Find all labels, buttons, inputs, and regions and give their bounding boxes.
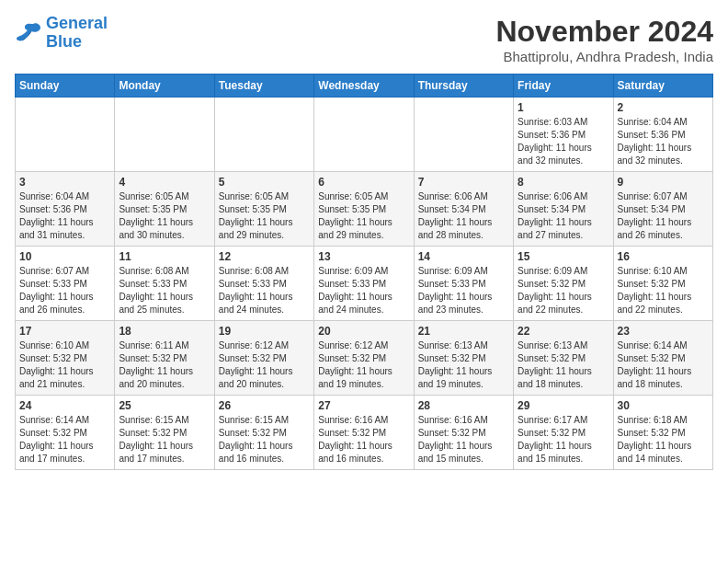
header-day-thursday: Thursday xyxy=(414,75,513,98)
day-info: Sunrise: 6:13 AM Sunset: 5:32 PM Dayligh… xyxy=(518,339,609,391)
day-number: 24 xyxy=(19,399,110,412)
day-number: 23 xyxy=(618,325,709,338)
logo: General Blue xyxy=(15,15,108,52)
header-day-friday: Friday xyxy=(514,75,613,98)
day-info: Sunrise: 6:15 AM Sunset: 5:32 PM Dayligh… xyxy=(219,414,310,465)
logo-icon xyxy=(15,22,42,44)
day-info: Sunrise: 6:04 AM Sunset: 5:36 PM Dayligh… xyxy=(19,190,110,242)
calendar-cell: 14Sunrise: 6:09 AM Sunset: 5:33 PM Dayli… xyxy=(414,247,513,321)
day-info: Sunrise: 6:09 AM Sunset: 5:33 PM Dayligh… xyxy=(318,265,409,316)
day-info: Sunrise: 6:12 AM Sunset: 5:32 PM Dayligh… xyxy=(318,339,409,391)
calendar-cell: 25Sunrise: 6:15 AM Sunset: 5:32 PM Dayli… xyxy=(115,396,214,470)
day-info: Sunrise: 6:10 AM Sunset: 5:32 PM Dayligh… xyxy=(19,339,110,391)
calendar-cell: 16Sunrise: 6:10 AM Sunset: 5:32 PM Dayli… xyxy=(613,247,712,321)
title-block: November 2024 Bhattiprolu, Andhra Prades… xyxy=(495,15,713,64)
calendar-cell xyxy=(414,98,513,172)
calendar-cell: 29Sunrise: 6:17 AM Sunset: 5:32 PM Dayli… xyxy=(514,396,613,470)
day-info: Sunrise: 6:05 AM Sunset: 5:35 PM Dayligh… xyxy=(219,190,310,242)
day-info: Sunrise: 6:16 AM Sunset: 5:32 PM Dayligh… xyxy=(418,414,509,465)
day-number: 26 xyxy=(219,399,310,412)
day-info: Sunrise: 6:15 AM Sunset: 5:32 PM Dayligh… xyxy=(119,414,210,465)
calendar-cell: 15Sunrise: 6:09 AM Sunset: 5:32 PM Dayli… xyxy=(514,247,613,321)
day-number: 16 xyxy=(618,250,709,263)
calendar-cell xyxy=(314,98,414,172)
calendar-title: November 2024 xyxy=(495,15,713,49)
day-number: 6 xyxy=(318,176,409,189)
logo-text: General Blue xyxy=(46,15,108,52)
calendar-cell: 26Sunrise: 6:15 AM Sunset: 5:32 PM Dayli… xyxy=(214,396,313,470)
day-info: Sunrise: 6:05 AM Sunset: 5:35 PM Dayligh… xyxy=(318,190,409,242)
calendar-cell: 4Sunrise: 6:05 AM Sunset: 5:35 PM Daylig… xyxy=(115,172,214,247)
day-number: 5 xyxy=(219,176,310,189)
calendar-cell: 3Sunrise: 6:04 AM Sunset: 5:36 PM Daylig… xyxy=(16,172,115,247)
week-row-1: 1Sunrise: 6:03 AM Sunset: 5:36 PM Daylig… xyxy=(16,98,713,172)
day-number: 2 xyxy=(618,101,709,114)
day-info: Sunrise: 6:06 AM Sunset: 5:34 PM Dayligh… xyxy=(518,190,609,242)
day-info: Sunrise: 6:08 AM Sunset: 5:33 PM Dayligh… xyxy=(219,265,310,316)
calendar-cell: 11Sunrise: 6:08 AM Sunset: 5:33 PM Dayli… xyxy=(115,247,214,321)
day-number: 15 xyxy=(518,250,609,263)
calendar-cell: 19Sunrise: 6:12 AM Sunset: 5:32 PM Dayli… xyxy=(214,321,313,396)
day-number: 17 xyxy=(19,325,110,338)
calendar-table: SundayMondayTuesdayWednesdayThursdayFrid… xyxy=(15,74,713,470)
day-info: Sunrise: 6:12 AM Sunset: 5:32 PM Dayligh… xyxy=(219,339,310,391)
day-info: Sunrise: 6:14 AM Sunset: 5:32 PM Dayligh… xyxy=(19,414,110,465)
day-info: Sunrise: 6:18 AM Sunset: 5:32 PM Dayligh… xyxy=(618,414,709,465)
day-number: 18 xyxy=(119,325,210,338)
day-info: Sunrise: 6:07 AM Sunset: 5:34 PM Dayligh… xyxy=(618,190,709,242)
day-number: 11 xyxy=(119,250,210,263)
day-number: 25 xyxy=(119,399,210,412)
day-number: 7 xyxy=(418,176,509,189)
day-number: 21 xyxy=(418,325,509,338)
header-day-sunday: Sunday xyxy=(16,75,115,98)
header-day-monday: Monday xyxy=(115,75,214,98)
calendar-cell: 8Sunrise: 6:06 AM Sunset: 5:34 PM Daylig… xyxy=(514,172,613,247)
day-number: 9 xyxy=(618,176,709,189)
header-day-saturday: Saturday xyxy=(613,75,712,98)
day-info: Sunrise: 6:08 AM Sunset: 5:33 PM Dayligh… xyxy=(119,265,210,316)
calendar-cell: 10Sunrise: 6:07 AM Sunset: 5:33 PM Dayli… xyxy=(16,247,115,321)
calendar-cell: 28Sunrise: 6:16 AM Sunset: 5:32 PM Dayli… xyxy=(414,396,513,470)
calendar-cell xyxy=(115,98,214,172)
day-number: 20 xyxy=(318,325,409,338)
day-number: 10 xyxy=(19,250,110,263)
day-info: Sunrise: 6:06 AM Sunset: 5:34 PM Dayligh… xyxy=(418,190,509,242)
day-number: 28 xyxy=(418,399,509,412)
day-number: 27 xyxy=(318,399,409,412)
day-number: 22 xyxy=(518,325,609,338)
calendar-cell: 21Sunrise: 6:13 AM Sunset: 5:32 PM Dayli… xyxy=(414,321,513,396)
calendar-cell: 18Sunrise: 6:11 AM Sunset: 5:32 PM Dayli… xyxy=(115,321,214,396)
day-info: Sunrise: 6:09 AM Sunset: 5:32 PM Dayligh… xyxy=(518,265,609,316)
day-info: Sunrise: 6:04 AM Sunset: 5:36 PM Dayligh… xyxy=(618,116,709,167)
calendar-cell: 1Sunrise: 6:03 AM Sunset: 5:36 PM Daylig… xyxy=(514,98,613,172)
week-row-2: 3Sunrise: 6:04 AM Sunset: 5:36 PM Daylig… xyxy=(16,172,713,247)
week-row-3: 10Sunrise: 6:07 AM Sunset: 5:33 PM Dayli… xyxy=(16,247,713,321)
calendar-cell: 22Sunrise: 6:13 AM Sunset: 5:32 PM Dayli… xyxy=(514,321,613,396)
day-number: 14 xyxy=(418,250,509,263)
calendar-cell: 30Sunrise: 6:18 AM Sunset: 5:32 PM Dayli… xyxy=(613,396,712,470)
calendar-cell: 12Sunrise: 6:08 AM Sunset: 5:33 PM Dayli… xyxy=(214,247,313,321)
week-row-5: 24Sunrise: 6:14 AM Sunset: 5:32 PM Dayli… xyxy=(16,396,713,470)
day-number: 8 xyxy=(518,176,609,189)
calendar-cell: 7Sunrise: 6:06 AM Sunset: 5:34 PM Daylig… xyxy=(414,172,513,247)
calendar-cell: 27Sunrise: 6:16 AM Sunset: 5:32 PM Dayli… xyxy=(314,396,414,470)
day-number: 12 xyxy=(219,250,310,263)
day-number: 4 xyxy=(119,176,210,189)
day-info: Sunrise: 6:17 AM Sunset: 5:32 PM Dayligh… xyxy=(518,414,609,465)
calendar-cell: 17Sunrise: 6:10 AM Sunset: 5:32 PM Dayli… xyxy=(16,321,115,396)
calendar-cell xyxy=(214,98,313,172)
calendar-subtitle: Bhattiprolu, Andhra Pradesh, India xyxy=(495,49,713,64)
day-number: 19 xyxy=(219,325,310,338)
day-info: Sunrise: 6:11 AM Sunset: 5:32 PM Dayligh… xyxy=(119,339,210,391)
calendar-cell: 20Sunrise: 6:12 AM Sunset: 5:32 PM Dayli… xyxy=(314,321,414,396)
calendar-cell: 23Sunrise: 6:14 AM Sunset: 5:32 PM Dayli… xyxy=(613,321,712,396)
calendar-cell: 9Sunrise: 6:07 AM Sunset: 5:34 PM Daylig… xyxy=(613,172,712,247)
day-info: Sunrise: 6:14 AM Sunset: 5:32 PM Dayligh… xyxy=(618,339,709,391)
day-number: 3 xyxy=(19,176,110,189)
calendar-cell: 13Sunrise: 6:09 AM Sunset: 5:33 PM Dayli… xyxy=(314,247,414,321)
day-number: 30 xyxy=(618,399,709,412)
day-number: 29 xyxy=(518,399,609,412)
header-row: SundayMondayTuesdayWednesdayThursdayFrid… xyxy=(16,75,713,98)
calendar-cell xyxy=(16,98,115,172)
day-info: Sunrise: 6:16 AM Sunset: 5:32 PM Dayligh… xyxy=(318,414,409,465)
